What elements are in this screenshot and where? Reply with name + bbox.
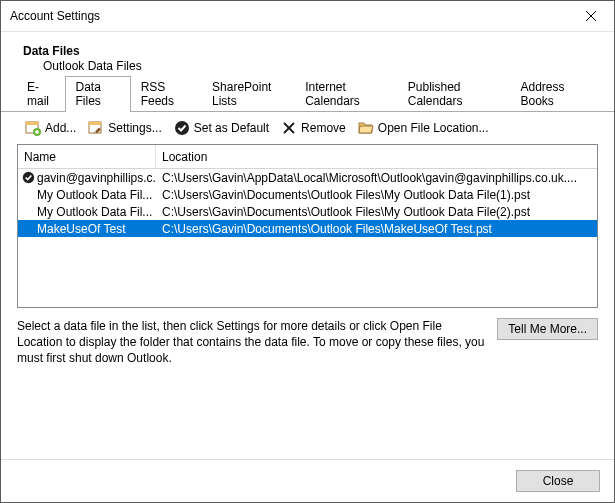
toolbar: Add... Settings... Set as Default Remove…: [1, 112, 614, 144]
set-default-icon: [174, 120, 190, 136]
table-row[interactable]: MakeUseOf Test C:\Users\Gavin\Documents\…: [18, 220, 597, 237]
settings-label: Settings...: [108, 121, 161, 135]
account-settings-window: Account Settings Data Files Outlook Data…: [0, 0, 615, 503]
open-file-location-label: Open File Location...: [378, 121, 489, 135]
window-close-button[interactable]: [568, 1, 614, 31]
window-title: Account Settings: [10, 9, 568, 23]
svg-rect-8: [89, 122, 101, 125]
table-row[interactable]: My Outlook Data Fil... C:\Users\Gavin\Do…: [18, 186, 597, 203]
tell-me-more-button[interactable]: Tell Me More...: [497, 318, 598, 340]
row-icon-empty: [21, 188, 35, 202]
row-icon-empty: [21, 222, 35, 236]
set-default-label: Set as Default: [194, 121, 269, 135]
tab-address-books[interactable]: Address Books: [510, 76, 598, 111]
row-location: C:\Users\Gavin\Documents\Outlook Files\M…: [156, 205, 597, 219]
close-icon: [586, 11, 596, 21]
col-name-header[interactable]: Name: [18, 145, 156, 168]
titlebar: Account Settings: [1, 1, 614, 32]
add-button[interactable]: Add...: [21, 118, 80, 138]
data-files-list[interactable]: Name Location gavin@gavinphillips.c... C…: [17, 144, 598, 308]
row-name: MakeUseOf Test: [37, 222, 125, 236]
add-icon: [25, 120, 41, 136]
row-name: My Outlook Data Fil...: [37, 205, 152, 219]
help-text: Select a data file in the list, then cli…: [17, 318, 487, 367]
tab-data-files[interactable]: Data Files: [65, 76, 130, 112]
table-row[interactable]: My Outlook Data Fil... C:\Users\Gavin\Do…: [18, 203, 597, 220]
header-subtitle: Outlook Data Files: [23, 59, 598, 73]
list-header: Name Location: [18, 145, 597, 169]
tab-sharepoint-lists[interactable]: SharePoint Lists: [202, 76, 295, 111]
tab-internet-calendars[interactable]: Internet Calendars: [295, 76, 398, 111]
set-default-button[interactable]: Set as Default: [170, 118, 273, 138]
col-location-header[interactable]: Location: [156, 145, 597, 168]
folder-open-icon: [358, 120, 374, 136]
default-check-icon: [21, 171, 35, 185]
row-location: C:\Users\Gavin\AppData\Local\Microsoft\O…: [156, 171, 597, 185]
row-name: gavin@gavinphillips.c...: [37, 171, 156, 185]
open-file-location-button[interactable]: Open File Location...: [354, 118, 493, 138]
row-icon-empty: [21, 205, 35, 219]
tab-published-calendars[interactable]: Published Calendars: [398, 76, 511, 111]
tab-email[interactable]: E-mail: [17, 76, 65, 111]
close-button[interactable]: Close: [516, 470, 600, 492]
tabstrip: E-mail Data Files RSS Feeds SharePoint L…: [1, 89, 614, 112]
row-name: My Outlook Data Fil...: [37, 188, 152, 202]
remove-icon: [281, 120, 297, 136]
settings-icon: [88, 120, 104, 136]
remove-button[interactable]: Remove: [277, 118, 350, 138]
row-location: C:\Users\Gavin\Documents\Outlook Files\M…: [156, 222, 597, 236]
info-panel: Select a data file in the list, then cli…: [1, 308, 614, 377]
tab-rss-feeds[interactable]: RSS Feeds: [131, 76, 202, 111]
settings-button[interactable]: Settings...: [84, 118, 165, 138]
header-title: Data Files: [23, 44, 598, 58]
svg-rect-3: [26, 122, 38, 125]
remove-label: Remove: [301, 121, 346, 135]
dialog-footer: Close: [1, 459, 614, 502]
table-row[interactable]: gavin@gavinphillips.c... C:\Users\Gavin\…: [18, 169, 597, 186]
add-label: Add...: [45, 121, 76, 135]
row-location: C:\Users\Gavin\Documents\Outlook Files\M…: [156, 188, 597, 202]
